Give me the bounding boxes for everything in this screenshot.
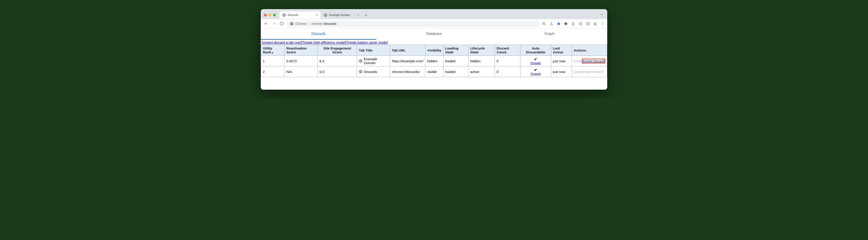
globe-icon (359, 70, 363, 73)
close-window-button[interactable] (264, 14, 267, 17)
page-tab-graph[interactable]: Graph (492, 29, 607, 40)
new-tab-button[interactable]: + (363, 12, 370, 19)
side-panel-icon[interactable] (586, 22, 590, 26)
minimize-window-button[interactable] (269, 14, 271, 17)
table-row: 2 N/A 0.0 Discards chrome://discards/ vi… (261, 66, 607, 77)
cell-url: https://example.com/ (390, 56, 425, 66)
menu-icon[interactable] (600, 22, 604, 26)
col-tab-url[interactable]: Tab URL (390, 45, 425, 56)
col-reactivation-score[interactable]: Reactivation Score (284, 45, 317, 56)
scheme-label: Chrome (296, 22, 307, 26)
browser-window: Discards × Example Domain × + (261, 9, 607, 90)
bookmark-star-icon[interactable] (557, 22, 561, 26)
back-button[interactable] (264, 21, 269, 27)
check-icon: ✔ (534, 57, 537, 61)
cell-title: Discards (357, 66, 390, 77)
cell-react: N/A (284, 66, 317, 77)
cell-actions: [Load][Urgent Discard] (572, 66, 607, 77)
check-icon: ✔ (534, 68, 537, 72)
cell-auto-discardable: ✔ [Toggle] (520, 66, 551, 77)
window-controls (264, 14, 276, 17)
discards-table: Utility Rank▲ Reactivation Score Site En… (261, 45, 607, 77)
share-icon[interactable] (549, 22, 553, 26)
cell-loading: loaded (443, 56, 468, 66)
toggle-auto-discardable-link[interactable]: [Toggle] (522, 61, 549, 65)
titlebar: Discards × Example Domain × + (261, 9, 607, 19)
svg-point-17 (602, 22, 603, 23)
svg-point-5 (291, 23, 292, 24)
cell-url: chrome://discards/ (390, 66, 425, 77)
sort-asc-icon: ▲ (271, 51, 274, 54)
load-action-link: [Load] (574, 70, 582, 73)
svg-marker-11 (557, 22, 560, 25)
col-visibility[interactable]: Visibility (425, 45, 443, 56)
col-actions[interactable]: Actions (572, 45, 607, 56)
svg-point-16 (594, 23, 596, 24)
globe-icon (359, 59, 363, 63)
tab-strip: Discards × Example Domain × + (279, 11, 599, 19)
col-discard-count[interactable]: Discard Count (495, 45, 520, 56)
cell-auto-discardable: ✔ [Toggle] (520, 56, 551, 66)
update-icon[interactable] (579, 22, 583, 26)
toggle-high-efficiency-link[interactable]: [Toggle high efficiency mode] (302, 40, 346, 44)
cell-loading: loaded (443, 66, 468, 77)
cell-last-active: just now (551, 56, 572, 66)
toolbar-icons (542, 22, 604, 26)
col-loading-state[interactable]: Loading State (443, 45, 468, 56)
reload-button[interactable] (279, 21, 284, 27)
tab-list-chevron-icon[interactable] (599, 12, 604, 18)
table-row: 1 0.8372 6.4 Example Domain https://exam… (261, 56, 607, 66)
maximize-window-button[interactable] (273, 14, 276, 17)
col-last-active[interactable]: Last Active (551, 45, 572, 56)
highlight-annotation: [Urgent Discard] (582, 59, 605, 63)
cell-visibility: visible (425, 66, 443, 77)
close-tab-icon[interactable]: × (358, 13, 359, 17)
svg-point-18 (602, 24, 603, 24)
chrome-icon (290, 22, 293, 26)
col-tab-title[interactable]: Tab Title (357, 45, 390, 56)
toggle-auto-discardable-link[interactable]: [Toggle] (522, 72, 549, 76)
zoom-icon[interactable] (542, 22, 546, 26)
address-bar[interactable]: Chrome | chrome://discards (287, 21, 540, 27)
cell-lifecycle: hidden (468, 56, 495, 66)
col-auto-discardable[interactable]: Auto Discardable (520, 45, 551, 56)
urgent-discard-action-link[interactable]: [Urgent Discard] (583, 59, 604, 63)
close-tab-icon[interactable]: × (316, 13, 318, 17)
svg-line-7 (545, 24, 546, 25)
svg-rect-13 (587, 23, 589, 25)
toggle-battery-saver-link[interactable]: [Toggle battery saver mode] (346, 40, 388, 44)
browser-tab-discards[interactable]: Discards × (279, 11, 320, 19)
cell-visibility: hidden (425, 56, 443, 66)
tab-title-text: Discards (364, 70, 377, 74)
labs-icon[interactable] (571, 22, 575, 26)
svg-point-19 (602, 24, 603, 25)
browser-tab-example[interactable]: Example Domain × (321, 11, 362, 19)
cell-engage: 0.0 (317, 66, 357, 77)
globe-icon (324, 13, 327, 17)
profile-icon[interactable] (593, 22, 597, 26)
col-utility-rank[interactable]: Utility Rank▲ (261, 45, 284, 56)
col-lifecycle-state[interactable]: Lifecycle State (468, 45, 495, 56)
tab-title-text: Example Domain (364, 57, 388, 65)
cell-discard-count: 0 (495, 56, 520, 66)
cell-engage: 6.4 (317, 56, 357, 66)
globe-icon (282, 13, 286, 17)
url-path: chrome://discards (311, 22, 336, 26)
extensions-icon[interactable] (564, 22, 568, 26)
page-tab-discards[interactable]: Discards (261, 29, 376, 40)
cell-title: Example Domain (357, 56, 390, 66)
cell-rank: 2 (261, 66, 284, 77)
tab-title: Discards (288, 13, 314, 17)
col-site-engagement[interactable]: Site Engagement Score (317, 45, 357, 56)
urgent-discard-action-link: [Urgent Discard] (582, 70, 603, 73)
cell-actions: [Load][Urgent Discard] (572, 56, 607, 66)
page-content: Discards Database Graph [Urgent discard … (261, 29, 607, 90)
load-action-link: [Load] (574, 59, 582, 63)
nav-toolbar: Chrome | chrome://discards (261, 19, 607, 29)
urgent-discard-now-link[interactable]: [Urgent discard a tab now] (262, 40, 302, 44)
separator: | (309, 22, 310, 26)
cell-last-active: just now (551, 66, 572, 77)
cell-discard-count: 0 (495, 66, 520, 77)
forward-button[interactable] (271, 21, 277, 27)
page-tab-database[interactable]: Database (376, 29, 492, 40)
